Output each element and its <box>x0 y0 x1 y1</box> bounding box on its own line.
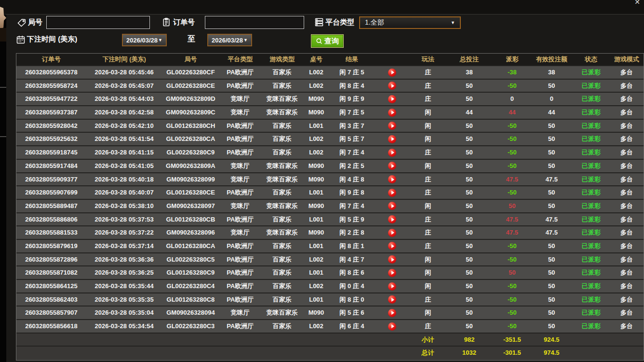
close-icon[interactable]: ✕ <box>634 0 640 6</box>
left-edge-block <box>0 28 6 42</box>
cell-valid-bet: 50 <box>531 240 572 252</box>
cell-replay <box>374 120 411 132</box>
column-header-order-id: 订单号 <box>16 54 86 65</box>
cell-table-no: L001 <box>303 293 330 306</box>
play-icon[interactable] <box>388 95 396 103</box>
cell-play: 庄 <box>411 93 445 105</box>
table-row[interactable]: 260328055879619 2026-03-28 05:37:14 GL00… <box>16 240 644 253</box>
cell-status: 已派彩 <box>572 280 610 292</box>
cell-round-id: GL002263280CF <box>162 66 219 79</box>
cell-order-id: 260328055871082 <box>16 266 86 279</box>
table-row[interactable]: 260328055947722 2026-03-28 05:44:03 GM09… <box>16 93 644 106</box>
cell-bet-time: 2026-03-28 05:41:05 <box>86 160 162 172</box>
cell-platform: PA欧洲厅 <box>219 146 261 159</box>
date-to-picker[interactable]: 2026/03/28 ▼ <box>207 34 252 46</box>
play-icon[interactable] <box>388 149 396 157</box>
cell-table-no: L001 <box>303 120 330 132</box>
play-icon[interactable] <box>388 122 396 130</box>
play-icon[interactable] <box>388 175 396 183</box>
cell-platform: 竞咪厅 <box>219 106 261 119</box>
cell-table-no: L002 <box>303 66 330 79</box>
play-icon[interactable] <box>388 295 396 304</box>
cell-platform: 竞咪厅 <box>219 173 261 186</box>
cell-game-type: 百家乐 <box>261 120 303 132</box>
table-row[interactable]: 260328055965378 2026-03-28 05:45:46 GL00… <box>16 66 644 80</box>
cell-total-bet: 50 <box>445 146 494 159</box>
cell-table-no: L001 <box>303 266 330 279</box>
platform-select[interactable]: 1.全部 ▼ <box>359 16 461 29</box>
cell-result: 闲 4 庄 8 <box>330 173 374 186</box>
play-icon[interactable] <box>388 162 396 170</box>
date-from-picker[interactable]: 2026/03/28 ▼ <box>122 34 167 46</box>
search-button[interactable]: 查询 <box>311 34 344 48</box>
play-icon[interactable] <box>388 309 396 317</box>
play-icon[interactable] <box>388 69 396 77</box>
cell-payout: 44 <box>493 106 531 119</box>
cell-bet-time: 2026-03-28 05:35:04 <box>86 306 162 319</box>
table-row[interactable]: 260328055889487 2026-03-28 05:38:10 GM09… <box>16 200 644 213</box>
cell-platform: PA欧洲厅 <box>219 293 261 306</box>
play-icon[interactable] <box>388 322 396 331</box>
table-row[interactable]: 260328055864125 2026-03-28 05:35:44 GL00… <box>16 280 644 293</box>
cell-result: 闲 8 庄 0 <box>330 293 374 306</box>
play-icon[interactable] <box>388 242 396 250</box>
play-icon[interactable] <box>388 229 396 237</box>
cell-status: 已派彩 <box>572 320 610 333</box>
cell-game-type: 竞咪百家乐 <box>261 93 303 105</box>
table-row[interactable]: 260328055881533 2026-03-28 05:37:22 GM09… <box>16 226 644 240</box>
table-row[interactable]: 260328055925632 2026-03-28 05:41:54 GL00… <box>16 133 644 146</box>
table-row[interactable]: 260328055918745 2026-03-28 05:41:15 GL00… <box>16 146 644 160</box>
round-input[interactable] <box>46 16 150 29</box>
cell-play: 庄 <box>411 240 445 252</box>
play-icon[interactable] <box>388 109 396 117</box>
table-row[interactable]: 260328055857907 2026-03-28 05:35:04 GM09… <box>16 306 644 320</box>
table-row[interactable]: 260328055871082 2026-03-28 05:36:25 GL00… <box>16 266 644 280</box>
order-input[interactable] <box>205 16 304 29</box>
cell-play: 庄 <box>411 226 445 239</box>
play-icon[interactable] <box>388 215 396 223</box>
play-icon[interactable] <box>388 135 396 143</box>
table-row[interactable]: 260328055856618 2026-03-28 05:34:54 GL00… <box>16 320 644 334</box>
bet-record-panel: 局号 订单号 平台类型 1.全部 ▼ 下注时间 (美东) 2026/03/28 … <box>6 14 644 362</box>
table-row[interactable]: 260328055958724 2026-03-28 05:45:07 GL00… <box>16 80 644 93</box>
cell-result: 闲 6 庄 4 <box>330 320 374 333</box>
table-row[interactable]: 260328055937387 2026-03-28 05:42:58 GM09… <box>16 106 644 120</box>
table-row[interactable]: 260328055928042 2026-03-28 05:42:10 GL00… <box>16 120 644 133</box>
play-icon[interactable] <box>388 82 396 90</box>
play-icon[interactable] <box>388 269 396 277</box>
table-row[interactable]: 260328055886806 2026-03-28 05:37:53 GL00… <box>16 213 644 227</box>
cell-order-id: 260328055886806 <box>16 213 86 226</box>
table-row[interactable]: 260328055907699 2026-03-28 05:40:07 GL00… <box>16 186 644 200</box>
total-payout: -301.5 <box>493 347 531 360</box>
search-button-label: 查询 <box>324 37 339 46</box>
cell-round-id: GM0902632809A <box>162 160 219 172</box>
cell-total-bet: 50 <box>445 120 494 132</box>
table-row[interactable]: 260328055917484 2026-03-28 05:41:05 GM09… <box>16 160 644 173</box>
cell-valid-bet: 47.5 <box>531 226 572 239</box>
calendar-icon <box>16 35 26 44</box>
play-icon[interactable] <box>388 255 396 264</box>
cell-status: 已派彩 <box>572 173 610 186</box>
cell-status: 已派彩 <box>572 213 610 226</box>
left-edge-divider <box>0 136 6 137</box>
cell-total-bet: 50 <box>445 213 494 226</box>
top-strip: ✕ <box>0 0 644 14</box>
cell-result: 闲 9 庄 9 <box>330 93 374 105</box>
play-icon[interactable] <box>388 189 396 197</box>
cell-table-no: L002 <box>303 280 330 292</box>
cell-round-id: GL001263280CA <box>162 240 219 252</box>
table-row[interactable]: 260328055909377 2026-03-28 05:40:18 GM09… <box>16 173 644 187</box>
cell-payout: -38 <box>493 66 531 79</box>
table-row[interactable]: 260328055862403 2026-03-28 05:35:35 GL00… <box>16 293 644 307</box>
cell-valid-bet: 38 <box>531 66 572 79</box>
play-icon[interactable] <box>388 282 396 291</box>
cell-game-mode: 多台 <box>610 213 644 226</box>
cell-round-id: GM09026328096 <box>162 226 219 239</box>
cell-game-mode: 多台 <box>610 320 644 333</box>
cell-table-no: M090 <box>303 93 330 105</box>
table-row[interactable]: 260328055872896 2026-03-28 05:36:36 GL00… <box>16 253 644 267</box>
cell-play: 闲 <box>411 253 445 266</box>
play-icon[interactable] <box>388 202 396 210</box>
magnifier-icon <box>316 38 323 45</box>
cell-status: 已派彩 <box>572 186 610 199</box>
